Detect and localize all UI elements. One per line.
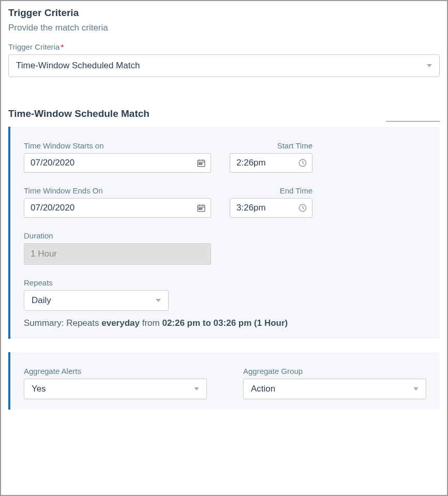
start-date-input[interactable] [24,153,211,173]
summary-mid: from [140,318,162,328]
chevron-down-icon [156,299,161,302]
aggregate-panel: Aggregate Alerts Yes Aggregate Group Act… [8,352,440,410]
aggregate-alerts-label: Aggregate Alerts [24,367,207,375]
end-time-input[interactable] [230,198,312,218]
start-time-input[interactable] [230,153,312,173]
duration-label: Duration [24,231,426,240]
chevron-down-icon [413,387,419,390]
start-date-label: Time Window Starts on [24,141,211,150]
start-time-label: Start Time [230,141,312,150]
chevron-down-icon [194,387,199,390]
chevron-down-icon [427,64,432,67]
aggregate-alerts-value: Yes [32,384,46,394]
divider-rule [386,121,440,122]
aggregate-alerts-select[interactable]: Yes [24,379,207,399]
summary-text: Summary: Repeats everyday from 02:26 pm … [24,318,426,328]
end-date-input[interactable] [24,198,211,218]
aggregate-group-label: Aggregate Group [243,367,426,375]
summary-everyday: everyday [101,318,140,328]
aggregate-group-select[interactable]: Action [243,379,426,399]
trigger-criteria-select[interactable]: Time-Window Scheduled Match [8,54,440,77]
repeats-label: Repeats [24,278,426,287]
duration-value: 1 Hour [24,243,211,265]
trigger-criteria-label-text: Trigger Criteria [8,42,59,51]
section-title: Trigger Criteria [8,7,440,19]
end-time-label: End Time [230,186,312,195]
summary-prefix: Summary: Repeats [24,318,101,328]
schedule-panel: Time Window Starts on Start Time [8,127,440,339]
schedule-section-title: Time-Window Schedule Match [1,108,447,119]
section-subtitle: Provide the match criteria [8,23,440,33]
trigger-criteria-label: Trigger Criteria* [8,42,440,51]
summary-range: 02:26 pm to 03:26 pm (1 Hour) [162,318,288,328]
required-star: * [61,42,64,51]
end-date-label: Time Window Ends On [24,186,211,195]
repeats-select[interactable]: Daily [24,290,169,311]
repeats-value: Daily [32,295,51,306]
aggregate-group-value: Action [251,384,275,394]
trigger-criteria-value: Time-Window Scheduled Match [16,61,140,71]
